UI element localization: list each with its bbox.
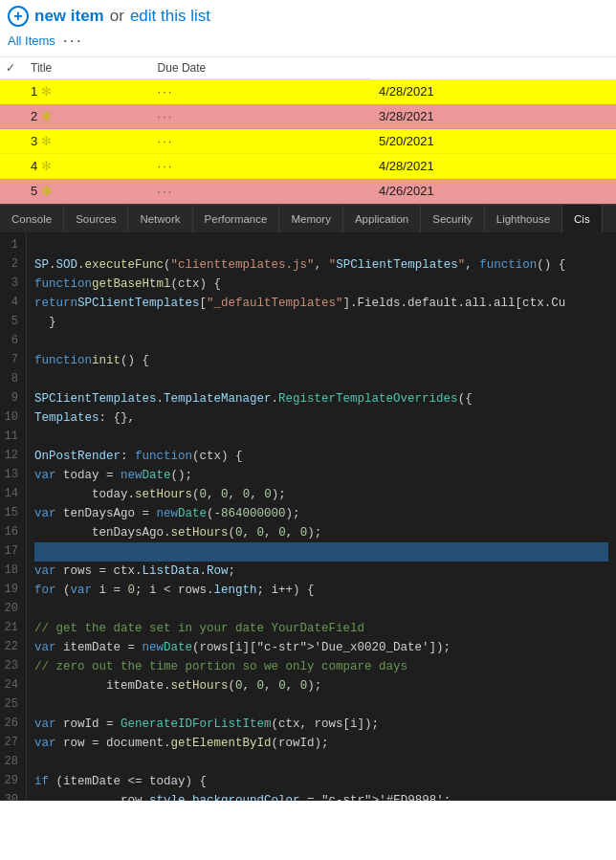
code-line-1 <box>34 236 608 255</box>
row-check[interactable] <box>0 154 23 179</box>
code-line-2: SP.SOD.executeFunc("clienttemplates.js",… <box>34 255 608 275</box>
row-date: 3/28/2021 <box>371 104 616 129</box>
table-row[interactable]: 3 ✻···5/20/2021 <box>0 129 616 154</box>
list-area: ✓ Title Due Date 1 ✻···4/28/20212 ✻···3/… <box>0 57 616 204</box>
devtools-tab-sources[interactable]: Sources <box>64 205 128 232</box>
code-line-21: // get the date set in your date YourDat… <box>34 619 608 638</box>
line-number-6: 6 <box>4 332 18 351</box>
line-number-4: 4 <box>4 294 18 313</box>
row-date: 4/28/2021 <box>371 79 616 104</box>
table-row[interactable]: 4 ✻···4/28/2021 <box>0 154 616 179</box>
sp-title-row: + new item or edit this list <box>8 6 608 27</box>
row-title: 4 ✻ <box>23 154 150 179</box>
table-row[interactable]: 2 ✻···3/28/2021 <box>0 104 616 129</box>
code-line-22: var itemDate = new Date(rows[i]["c-str">… <box>34 638 608 657</box>
line-number-19: 19 <box>4 581 18 600</box>
list-table: ✓ Title Due Date 1 ✻···4/28/20212 ✻···3/… <box>0 57 616 204</box>
line-number-26: 26 <box>4 715 18 734</box>
line-number-20: 20 <box>4 600 18 619</box>
code-line-26: var rowId = GenerateIDForListItem(ctx, r… <box>34 715 608 734</box>
check-col-header: ✓ <box>0 57 23 79</box>
line-number-11: 11 <box>4 428 18 447</box>
code-line-19: for (var i = 0; i < rows.length; i++) { <box>34 581 608 600</box>
row-title: 3 ✻ <box>23 129 150 154</box>
devtools-tab-security[interactable]: Security <box>421 205 485 232</box>
code-line-25 <box>34 695 608 715</box>
code-line-7: function init() { <box>34 351 608 370</box>
code-line-29: if (itemDate <= today) { <box>34 772 608 791</box>
code-line-9: SPClientTemplates.TemplateManager.Regist… <box>34 389 608 408</box>
table-row[interactable]: 1 ✻···4/28/2021 <box>0 79 616 104</box>
line-number-9: 9 <box>4 389 18 408</box>
line-number-1: 1 <box>4 236 18 255</box>
line-number-15: 15 <box>4 504 18 523</box>
devtools-tab-memory[interactable]: Memory <box>279 205 343 232</box>
row-check[interactable] <box>0 104 23 129</box>
line-number-8: 8 <box>4 370 18 389</box>
code-line-16: tenDaysAgo.setHours(0, 0, 0, 0); <box>34 523 608 542</box>
devtools-tab-application[interactable]: Application <box>343 205 421 232</box>
line-number-14: 14 <box>4 485 18 504</box>
table-row[interactable]: 5 ✻···4/26/2021 <box>0 179 616 204</box>
row-dots[interactable]: ··· <box>150 179 371 204</box>
code-line-18: var rows = ctx.ListData.Row; <box>34 562 608 581</box>
line-number-28: 28 <box>4 753 18 772</box>
line-number-7: 7 <box>4 351 18 370</box>
line-number-17: 17 <box>4 542 18 562</box>
line-numbers: 1234567891011121314151617181920212223242… <box>0 232 27 801</box>
sp-header: + new item or edit this list All Items ·… <box>0 0 616 57</box>
sp-toolbar: All Items ··· <box>8 29 608 53</box>
toolbar-dots[interactable]: ··· <box>63 31 83 51</box>
code-line-28 <box>34 753 608 772</box>
row-check[interactable] <box>0 79 23 104</box>
or-text: or <box>110 7 124 26</box>
row-dots[interactable]: ··· <box>150 104 371 129</box>
line-number-16: 16 <box>4 523 18 542</box>
row-title: 1 ✻ <box>23 79 150 104</box>
line-number-12: 12 <box>4 447 18 466</box>
devtools-tab-console[interactable]: Console <box>0 205 64 232</box>
code-line-30: row.style.backgroundColor = "c-str">'#ED… <box>34 791 608 801</box>
row-date: 4/28/2021 <box>371 154 616 179</box>
line-number-2: 2 <box>4 255 18 275</box>
line-number-25: 25 <box>4 695 18 715</box>
code-line-11 <box>34 428 608 447</box>
code-line-24: itemDate.setHours(0, 0, 0, 0); <box>34 676 608 695</box>
code-line-6 <box>34 332 608 351</box>
code-line-23: // zero out the time portion so we only … <box>34 657 608 676</box>
line-number-10: 10 <box>4 408 18 428</box>
line-number-13: 13 <box>4 466 18 485</box>
row-check[interactable] <box>0 179 23 204</box>
code-line-8 <box>34 370 608 389</box>
row-dots[interactable]: ··· <box>150 154 371 179</box>
new-item-link[interactable]: new item <box>34 7 104 26</box>
edit-list-link[interactable]: edit this list <box>130 7 210 26</box>
devtools-tab-lighthouse[interactable]: Lighthouse <box>485 205 562 232</box>
code-line-4: return SPClientTemplates["_defaultTempla… <box>34 294 608 313</box>
devtools-tab-cis[interactable]: Cis <box>562 205 603 232</box>
row-dots[interactable]: ··· <box>150 129 371 154</box>
devtools-tabs: ConsoleSourcesNetworkPerformanceMemoryAp… <box>0 204 616 232</box>
code-line-3: function getBaseHtml(ctx) { <box>34 275 608 294</box>
line-number-5: 5 <box>4 313 18 332</box>
devtools-tab-network[interactable]: Network <box>128 205 192 232</box>
list-body: 1 ✻···4/28/20212 ✻···3/28/20213 ✻···5/20… <box>0 79 616 204</box>
code-line-15: var tenDaysAgo = new Date(-864000000); <box>34 504 608 523</box>
code-line-5: } <box>34 313 608 332</box>
code-content[interactable]: SP.SOD.executeFunc("clienttemplates.js",… <box>27 232 616 801</box>
all-items-tab[interactable]: All Items <box>8 33 55 48</box>
row-date: 4/26/2021 <box>371 179 616 204</box>
line-number-27: 27 <box>4 734 18 753</box>
new-item-icon[interactable]: + <box>8 6 29 27</box>
row-check[interactable] <box>0 129 23 154</box>
row-dots[interactable]: ··· <box>150 79 371 104</box>
line-number-21: 21 <box>4 619 18 638</box>
row-title: 2 ✻ <box>23 104 150 129</box>
code-line-10: Templates: {}, <box>34 408 608 428</box>
devtools-tab-performance[interactable]: Performance <box>193 205 280 232</box>
line-number-23: 23 <box>4 657 18 676</box>
title-col-header: Title <box>23 57 150 79</box>
code-line-13: var today = new Date(); <box>34 466 608 485</box>
code-line-12: OnPostRender: function(ctx) { <box>34 447 608 466</box>
table-header-row: ✓ Title Due Date <box>0 57 616 79</box>
